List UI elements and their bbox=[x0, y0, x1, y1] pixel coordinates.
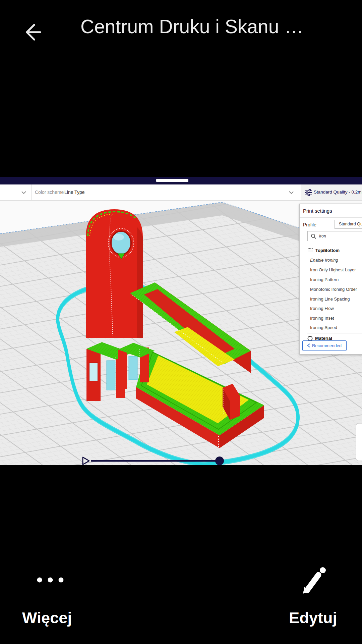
print-settings-panel: Print settings Profile Standard Quali ir… bbox=[299, 204, 362, 355]
search-query: iron bbox=[319, 234, 326, 238]
chevron-down-icon[interactable] bbox=[289, 191, 294, 194]
divider bbox=[307, 333, 362, 333]
profile-dropdown[interactable]: Standard Quali bbox=[335, 220, 362, 229]
preview-toolbar: Color scheme Line Type Standard Quality … bbox=[0, 184, 362, 201]
setting-item[interactable]: Iron Only Highest Layer bbox=[310, 267, 362, 272]
camera-panel-edge bbox=[356, 423, 362, 461]
back-arrow-icon bbox=[19, 20, 44, 44]
search-icon bbox=[311, 233, 316, 239]
cura-header-bar bbox=[0, 177, 362, 184]
recommended-button[interactable]: Recommended bbox=[302, 340, 347, 351]
stage-tab bbox=[156, 179, 188, 182]
divider bbox=[300, 217, 362, 218]
slider-handle[interactable] bbox=[215, 457, 224, 465]
color-scheme-label: Color scheme bbox=[35, 190, 64, 195]
print-settings-toggle[interactable]: Standard Quality - 0.2mm bbox=[301, 184, 362, 200]
color-scheme-value[interactable]: Line Type bbox=[64, 190, 84, 195]
quality-profile-label: Standard Quality - 0.2mm bbox=[314, 190, 362, 195]
material-icon bbox=[307, 336, 313, 341]
more-button-label[interactable]: Więcej bbox=[22, 608, 72, 627]
setting-item[interactable]: Ironing Pattern bbox=[310, 277, 362, 282]
setting-item[interactable]: Monotonic Ironing Order bbox=[310, 287, 362, 292]
section-top-bottom[interactable]: Top/Bottom bbox=[307, 248, 362, 253]
cura-screenshot: Color scheme Line Type Standard Quality … bbox=[0, 177, 362, 465]
sliders-icon bbox=[304, 189, 312, 197]
back-button[interactable] bbox=[19, 20, 44, 44]
setting-item[interactable]: Ironing Speed bbox=[310, 325, 362, 330]
toolbar-divider bbox=[31, 184, 32, 200]
chevron-left-icon bbox=[307, 343, 310, 347]
edit-pencil-icon bbox=[301, 566, 328, 594]
settings-search-field[interactable]: iron bbox=[307, 231, 362, 241]
setting-item[interactable]: Ironing Flow bbox=[310, 306, 362, 311]
more-options-icon bbox=[34, 575, 67, 585]
page-title: Centrum Druku i Skanu … bbox=[80, 15, 349, 38]
setting-item[interactable]: Ironing Line Spacing bbox=[310, 297, 362, 302]
section-material[interactable]: Material bbox=[307, 336, 362, 341]
setting-item[interactable]: Ironing Inset bbox=[310, 316, 362, 321]
edit-button-label[interactable]: Edytuj bbox=[289, 608, 337, 627]
top-bottom-layers-icon bbox=[307, 248, 313, 253]
panel-title: Print settings bbox=[303, 208, 362, 214]
chevron-down-icon[interactable] bbox=[21, 191, 26, 194]
setting-item[interactable]: Enable Ironing bbox=[310, 258, 362, 263]
